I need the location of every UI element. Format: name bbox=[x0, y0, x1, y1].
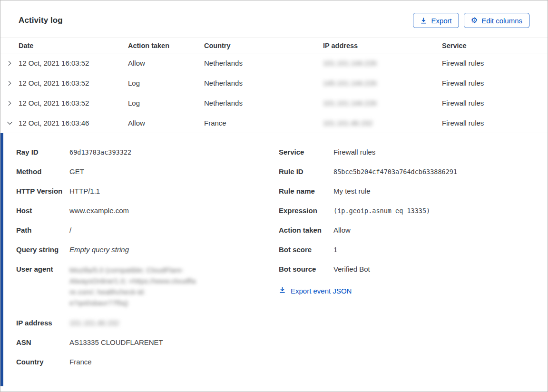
detail-field-rule-name: Rule name My test rule bbox=[279, 186, 528, 196]
detail-field-bot-score: Bot score 1 bbox=[279, 245, 528, 255]
header: Activity log Export ⚙ Edit columns bbox=[0, 0, 548, 38]
detail-field-ip-address: IP address 101.101.46.152 bbox=[16, 318, 279, 328]
expand-chevron-right-icon[interactable] bbox=[0, 93, 19, 113]
service-value: Firewall rules bbox=[333, 147, 375, 157]
cell-ip-redacted: 101.101.144.226 bbox=[323, 99, 377, 107]
cell-date: 12 Oct, 2021 16:03:52 bbox=[19, 59, 128, 67]
detail-field-query-string: Query string Empty query string bbox=[16, 245, 279, 255]
column-header-country: Country bbox=[204, 42, 323, 49]
detail-field-rule-id: Rule ID 85bce5b204cf4703a764dcb633886291 bbox=[279, 167, 528, 176]
table-header: Date Action taken Country IP address Ser… bbox=[0, 38, 548, 53]
rule-name-value: My test rule bbox=[333, 186, 371, 196]
asn-value: AS13335 CLOUDFLARENET bbox=[69, 338, 163, 347]
export-button-label: Export bbox=[431, 17, 451, 24]
table-row[interactable]: 12 Oct, 2021 16:03:52 Allow Netherlands … bbox=[0, 53, 548, 73]
expression-value: (ip.geoip.asnum eq 13335) bbox=[333, 206, 430, 216]
cell-ip-redacted: 101.101.144.226 bbox=[323, 59, 377, 67]
detail-field-ray-id: Ray ID 69d13783ac393322 bbox=[16, 147, 279, 157]
event-detail-panel: Ray ID 69d13783ac393322 Method GET HTTP … bbox=[0, 133, 548, 386]
gear-icon: ⚙ bbox=[471, 17, 478, 24]
rule-id-value: 85bce5b204cf4703a764dcb633886291 bbox=[333, 167, 457, 176]
detail-field-country: Country France bbox=[16, 357, 279, 367]
cell-action-taken: Allow bbox=[128, 119, 204, 127]
download-icon bbox=[420, 17, 427, 24]
detail-field-host: Host www.example.com bbox=[16, 206, 279, 216]
method-value: GET bbox=[69, 167, 84, 176]
action-taken-value: Allow bbox=[333, 225, 351, 235]
cell-service: Firewall rules bbox=[442, 119, 548, 127]
export-event-json-link[interactable]: Export event JSON bbox=[279, 286, 352, 295]
toolbar: Export ⚙ Edit columns bbox=[413, 13, 529, 28]
bot-source-value: Verified Bot bbox=[333, 265, 370, 274]
query-string-value: Empty query string bbox=[69, 245, 129, 255]
column-header-date: Date bbox=[19, 42, 128, 49]
detail-field-expression: Expression (ip.geoip.asnum eq 13335) bbox=[279, 206, 528, 216]
table-row[interactable]: 12 Oct, 2021 16:03:52 Log Netherlands 14… bbox=[0, 73, 548, 93]
cell-service: Firewall rules bbox=[442, 99, 548, 107]
expand-chevron-right-icon[interactable] bbox=[0, 53, 19, 73]
edit-columns-button-label: Edit columns bbox=[481, 17, 522, 24]
cell-date: 12 Oct, 2021 16:03:52 bbox=[19, 79, 128, 87]
country-value: France bbox=[69, 357, 92, 367]
expand-chevron-right-icon[interactable] bbox=[0, 73, 19, 93]
user-agent-value-redacted: Mozilla/5.0 (compatible; CloudFlare- Alw… bbox=[69, 265, 196, 308]
cell-action-taken: Log bbox=[128, 99, 204, 107]
edit-columns-button[interactable]: ⚙ Edit columns bbox=[464, 13, 529, 28]
cell-country: Netherlands bbox=[204, 59, 323, 67]
http-version-value: HTTP/1.1 bbox=[69, 186, 100, 196]
detail-field-user-agent: User agent Mozilla/5.0 (compatible; Clou… bbox=[16, 265, 279, 308]
cell-service: Firewall rules bbox=[442, 79, 548, 87]
cell-country: Netherlands bbox=[204, 99, 323, 107]
column-header-action-taken: Action taken bbox=[128, 42, 204, 49]
activity-log-page: Activity log Export ⚙ Edit columns Date … bbox=[0, 0, 548, 392]
collapse-chevron-down-icon[interactable] bbox=[0, 113, 19, 133]
cell-ip-redacted: 101.101.46.152 bbox=[323, 119, 372, 127]
table-row-expanded[interactable]: 12 Oct, 2021 16:03:46 Allow France 101.1… bbox=[0, 113, 548, 133]
detail-field-asn: ASN AS13335 CLOUDFLARENET bbox=[16, 338, 279, 347]
export-button[interactable]: Export bbox=[413, 13, 459, 28]
ip-address-value-redacted: 101.101.46.152 bbox=[69, 319, 119, 327]
download-icon bbox=[279, 286, 286, 295]
column-header-service: Service bbox=[442, 42, 548, 49]
cell-date: 12 Oct, 2021 16:03:52 bbox=[19, 99, 128, 107]
bot-score-value: 1 bbox=[333, 245, 337, 255]
detail-field-action-taken: Action taken Allow bbox=[279, 225, 528, 235]
detail-field-path: Path / bbox=[16, 225, 279, 235]
detail-left-column: Ray ID 69d13783ac393322 Method GET HTTP … bbox=[16, 147, 279, 377]
detail-field-method: Method GET bbox=[16, 167, 279, 176]
ray-id-value: 69d13783ac393322 bbox=[69, 147, 131, 157]
cell-ip-redacted: 145.101.144.226 bbox=[323, 79, 377, 87]
detail-field-http-version: HTTP Version HTTP/1.1 bbox=[16, 186, 279, 196]
column-header-ip-address: IP address bbox=[323, 42, 442, 49]
cell-action-taken: Allow bbox=[128, 59, 204, 67]
cell-country: Netherlands bbox=[204, 79, 323, 87]
detail-field-bot-source: Bot source Verified Bot bbox=[279, 265, 528, 274]
cell-action-taken: Log bbox=[128, 79, 204, 87]
cell-service: Firewall rules bbox=[442, 59, 548, 67]
export-event-json-label: Export event JSON bbox=[291, 287, 352, 295]
path-value: / bbox=[69, 225, 71, 235]
host-value: www.example.com bbox=[69, 206, 129, 216]
cell-country: France bbox=[204, 119, 323, 127]
table-row[interactable]: 12 Oct, 2021 16:03:52 Log Netherlands 10… bbox=[0, 93, 548, 113]
detail-right-column: Service Firewall rules Rule ID 85bce5b20… bbox=[279, 147, 528, 377]
cell-date: 12 Oct, 2021 16:03:46 bbox=[19, 119, 128, 127]
detail-field-service: Service Firewall rules bbox=[279, 147, 528, 157]
page-title: Activity log bbox=[19, 16, 63, 25]
